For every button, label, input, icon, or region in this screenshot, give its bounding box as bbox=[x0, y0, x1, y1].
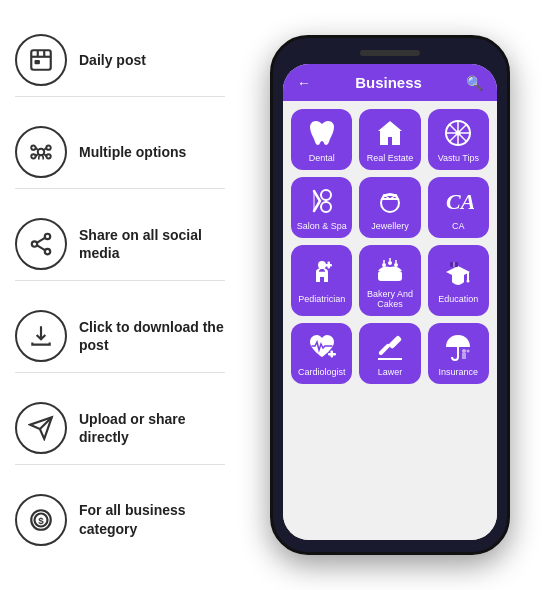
feature-download: Click to download the post bbox=[15, 310, 225, 373]
phone-device: ← Business 🔍 Dental bbox=[270, 35, 510, 555]
svg-line-14 bbox=[37, 238, 45, 243]
grid-item-insurance[interactable]: Insurance bbox=[428, 323, 489, 384]
business-category-icon: $ bbox=[15, 494, 67, 546]
svg-point-40 bbox=[388, 261, 392, 265]
search-icon[interactable]: 🔍 bbox=[466, 75, 483, 91]
bakery-icon bbox=[374, 253, 406, 285]
jewellery-label: Jewellery bbox=[371, 221, 409, 232]
feature-download-text: Click to download the post bbox=[79, 318, 225, 354]
phone-notch bbox=[360, 50, 420, 56]
svg-point-4 bbox=[46, 146, 50, 150]
phone-screen: ← Business 🔍 Dental bbox=[283, 64, 497, 540]
salon-label: Salon & Spa bbox=[297, 221, 347, 232]
svg-rect-52 bbox=[378, 343, 391, 356]
daily-post-icon bbox=[15, 34, 67, 86]
grid-item-ca[interactable]: CA CA bbox=[428, 177, 489, 238]
feature-business-category-text: For all business category bbox=[79, 501, 225, 537]
feature-share-social: Share on all social media bbox=[15, 218, 225, 281]
insurance-icon bbox=[442, 331, 474, 363]
svg-point-12 bbox=[32, 241, 37, 246]
education-label: Education bbox=[438, 294, 478, 305]
grid-item-lawyer[interactable]: Lawer bbox=[359, 323, 420, 384]
jewellery-icon bbox=[374, 185, 406, 217]
svg-point-11 bbox=[45, 234, 50, 239]
svg-line-15 bbox=[37, 245, 45, 250]
upload-share-icon bbox=[15, 402, 67, 454]
svg-point-13 bbox=[45, 249, 50, 254]
svg-point-55 bbox=[462, 349, 466, 353]
share-social-icon bbox=[15, 218, 67, 270]
svg-point-56 bbox=[467, 350, 470, 353]
feature-multiple-options: Multiple options bbox=[15, 126, 225, 189]
svg-point-6 bbox=[46, 154, 50, 158]
dental-label: Dental bbox=[309, 153, 335, 164]
feature-share-social-text: Share on all social media bbox=[79, 226, 225, 262]
download-icon bbox=[15, 310, 67, 362]
svg-point-5 bbox=[31, 154, 35, 158]
svg-point-26 bbox=[321, 190, 331, 200]
back-icon[interactable]: ← bbox=[297, 75, 311, 91]
grid-item-real-estate[interactable]: Real Estate bbox=[359, 109, 420, 170]
salon-icon bbox=[306, 185, 338, 217]
svg-rect-0 bbox=[31, 51, 51, 71]
pediatrician-label: Pediatrician bbox=[298, 294, 345, 305]
cardiologist-label: Cardiologist bbox=[298, 367, 346, 378]
feature-daily-post: Daily post bbox=[15, 34, 225, 97]
grid-item-jewellery[interactable]: Jewellery bbox=[359, 177, 420, 238]
ca-label: CA bbox=[452, 221, 465, 232]
cardiologist-icon bbox=[306, 331, 338, 363]
svg-rect-37 bbox=[327, 261, 330, 268]
feature-upload-share-text: Upload or share directly bbox=[79, 410, 225, 446]
svg-point-25 bbox=[456, 131, 461, 136]
multiple-options-icon bbox=[15, 126, 67, 178]
education-icon bbox=[442, 258, 474, 290]
svg-text:CA: CA bbox=[446, 189, 474, 214]
grid-item-pediatrician[interactable]: Pediatrician bbox=[291, 245, 352, 317]
svg-point-27 bbox=[321, 202, 331, 212]
svg-point-2 bbox=[38, 149, 45, 156]
vastu-label: Vastu Tips bbox=[438, 153, 479, 164]
ca-icon: CA bbox=[442, 185, 474, 217]
feature-daily-post-text: Daily post bbox=[79, 51, 146, 69]
feature-upload-share: Upload or share directly bbox=[15, 402, 225, 465]
phone-title: Business bbox=[355, 74, 422, 91]
bakery-label: Bakery And Cakes bbox=[363, 289, 416, 311]
grid-item-bakery[interactable]: Bakery And Cakes bbox=[359, 245, 420, 317]
svg-point-33 bbox=[318, 261, 326, 269]
grid-item-cardiologist[interactable]: Cardiologist bbox=[291, 323, 352, 384]
real-estate-label: Real Estate bbox=[367, 153, 414, 164]
dental-icon bbox=[306, 117, 338, 149]
svg-point-39 bbox=[382, 263, 386, 267]
grid-item-education[interactable]: Education bbox=[428, 245, 489, 317]
lawyer-label: Lawer bbox=[378, 367, 403, 378]
phone-content: Dental Real Estate bbox=[283, 101, 497, 540]
category-grid: Dental Real Estate bbox=[291, 109, 489, 384]
real-estate-icon bbox=[374, 117, 406, 149]
phone-header: ← Business 🔍 bbox=[283, 64, 497, 101]
feature-multiple-options-text: Multiple options bbox=[79, 143, 186, 161]
svg-text:$: $ bbox=[38, 515, 44, 526]
svg-point-41 bbox=[394, 263, 398, 267]
lawyer-icon bbox=[374, 331, 406, 363]
svg-point-46 bbox=[467, 279, 470, 282]
phone-wrapper: ← Business 🔍 Dental bbox=[240, 20, 540, 570]
svg-rect-51 bbox=[388, 335, 402, 349]
grid-item-dental[interactable]: Dental bbox=[291, 109, 352, 170]
grid-item-salon[interactable]: Salon & Spa bbox=[291, 177, 352, 238]
features-list: Daily post Multiple options bbox=[10, 20, 230, 570]
svg-rect-50 bbox=[330, 351, 333, 358]
insurance-label: Insurance bbox=[439, 367, 479, 378]
main-container: Daily post Multiple options bbox=[0, 0, 550, 590]
grid-item-vastu[interactable]: Vastu Tips bbox=[428, 109, 489, 170]
vastu-icon bbox=[442, 117, 474, 149]
svg-point-3 bbox=[31, 146, 35, 150]
pediatrician-icon bbox=[306, 258, 338, 290]
feature-business-category: $ For all business category bbox=[15, 494, 225, 556]
svg-rect-1 bbox=[35, 60, 40, 64]
svg-rect-38 bbox=[378, 271, 402, 281]
